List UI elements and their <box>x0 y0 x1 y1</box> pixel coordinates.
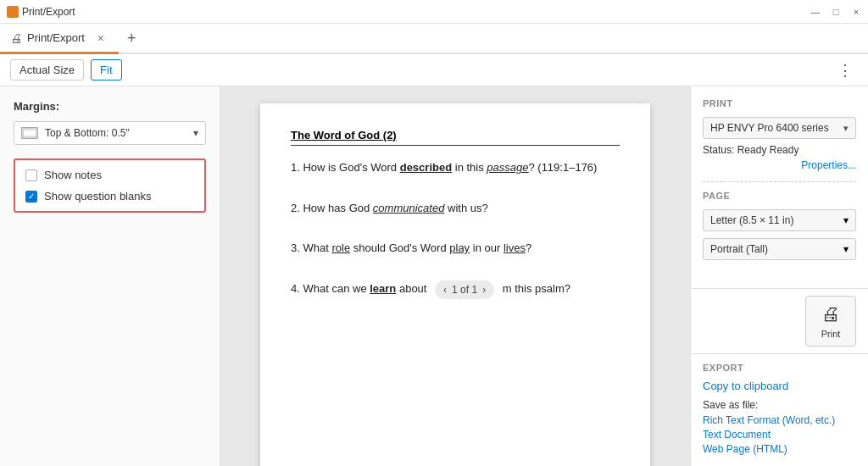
properties-link[interactable]: Properties... <box>703 159 856 171</box>
divider-1 <box>703 181 856 182</box>
orientation-value: Portrait (Tall) <box>710 243 840 255</box>
more-options-btn[interactable]: ⋮ <box>832 58 858 83</box>
paper-size-arrow: ▾ <box>843 214 849 226</box>
prev-page-btn[interactable]: ‹ <box>443 282 447 297</box>
center-preview: The Word of God (2) 1. How is God's Word… <box>220 86 690 466</box>
q3-text: What role should God's Word play in our … <box>303 241 531 254</box>
main-layout: Margins: Top & Bottom: 0.5" ▾ Show notes… <box>0 86 868 466</box>
q1-bold: described <box>400 161 452 174</box>
app-title: Print/Export <box>22 6 75 18</box>
tab-print-export[interactable]: 🖨 Print/Export × <box>0 24 119 54</box>
show-notes-checkbox[interactable] <box>25 169 37 181</box>
status-value-text: Ready <box>770 144 799 156</box>
right-panel: PRINT HP ENVY Pro 6400 series ▾ Status: … <box>690 86 868 466</box>
q2-number: 2. <box>291 202 303 214</box>
document-title: The Word of God (2) <box>291 129 620 146</box>
svg-rect-0 <box>23 129 36 137</box>
page-indicator: 1 of 1 <box>452 282 477 297</box>
q1-mid: in this <box>452 161 487 174</box>
maximize-btn[interactable]: □ <box>831 7 841 17</box>
page-sheet: The Word of God (2) 1. How is God's Word… <box>260 103 650 466</box>
next-page-btn[interactable]: › <box>482 282 486 297</box>
actual-size-button[interactable]: Actual Size <box>10 59 84 80</box>
add-tab-btn[interactable]: + <box>119 24 145 53</box>
left-panel: Margins: Top & Bottom: 0.5" ▾ Show notes… <box>0 86 220 466</box>
q2-text: How has God communicated with us? <box>303 202 487 214</box>
q1-number: 1. <box>291 161 303 174</box>
right-panel-scroll: PRINT HP ENVY Pro 6400 series ▾ Status: … <box>691 86 868 288</box>
title-bar: Print/Export — □ × <box>0 0 868 24</box>
q1-end: ? (119:1–176) <box>528 161 597 174</box>
margin-value: Top & Bottom: 0.5" <box>45 127 193 139</box>
text-document-link[interactable]: Text Document <box>703 429 856 441</box>
printer-dropdown-arrow: ▾ <box>843 123 849 134</box>
margin-icon <box>21 127 38 139</box>
print-section-title: PRINT <box>703 98 856 108</box>
question-1: 1. How is God's Word described in this p… <box>291 159 620 176</box>
web-page-link[interactable]: Web Page (HTML) <box>703 443 856 455</box>
q3-number: 3. <box>291 241 303 254</box>
tab-print-icon: 🖨 <box>10 31 22 45</box>
printer-name: HP ENVY Pro 6400 series <box>710 122 840 134</box>
print-button-area: 🖨 Print <box>691 288 868 353</box>
close-btn[interactable]: × <box>851 7 861 17</box>
save-label: Save as file: <box>703 399 856 411</box>
margins-label: Margins: <box>14 100 206 113</box>
window-controls: — □ × <box>810 7 861 17</box>
paper-size-select[interactable]: Letter (8.5 × 11 in) ▾ <box>703 209 856 231</box>
app-icon <box>7 6 19 18</box>
question-3: 3. What role should God's Word play in o… <box>291 240 620 257</box>
margin-select[interactable]: Top & Bottom: 0.5" ▾ <box>14 121 206 145</box>
show-notes-option: Show notes <box>25 169 194 181</box>
status-value: Ready <box>737 144 767 156</box>
show-blanks-label: Show question blanks <box>44 190 151 202</box>
toolbar: Actual Size Fit ⋮ <box>0 54 868 86</box>
minimize-btn[interactable]: — <box>810 7 821 17</box>
fit-button[interactable]: Fit <box>91 59 121 80</box>
export-section-title: EXPORT <box>703 363 856 373</box>
tab-close-btn[interactable]: × <box>93 31 108 46</box>
question-2: 2. How has God communicated with us? <box>291 200 620 217</box>
margin-dropdown-arrow: ▾ <box>193 127 198 139</box>
status-row: Status: Ready Ready <box>703 144 856 156</box>
q4-number: 4. <box>291 282 303 295</box>
copy-to-clipboard-link[interactable]: Copy to clipboard <box>703 380 856 392</box>
options-box: Show notes ✓ Show question blanks <box>14 158 206 213</box>
show-notes-label: Show notes <box>44 169 102 181</box>
rich-text-link[interactable]: Rich Text Format (Word, etc.) <box>703 414 856 426</box>
question-4: 4. What can we learn about ‹ 1 of 1 › m … <box>291 280 620 299</box>
q1-passage: passage <box>487 161 528 174</box>
orientation-arrow: ▾ <box>843 243 849 255</box>
tab-bar: 🖨 Print/Export × + <box>0 24 868 54</box>
export-section: EXPORT Copy to clipboard Save as file: R… <box>691 353 868 466</box>
print-button-icon: 🖨 <box>821 303 840 325</box>
show-blanks-option: ✓ Show question blanks <box>25 190 194 202</box>
q4-end: m this psalm? <box>503 282 570 295</box>
page-section-title: PAGE <box>703 191 856 201</box>
show-blanks-checkbox[interactable]: ✓ <box>25 191 37 202</box>
printer-select[interactable]: HP ENVY Pro 6400 series ▾ <box>703 117 856 139</box>
status-label: Status: <box>703 144 734 156</box>
print-button-label: Print <box>821 329 841 339</box>
orientation-select[interactable]: Portrait (Tall) ▾ <box>703 238 856 260</box>
paper-size-value: Letter (8.5 × 11 in) <box>710 214 840 226</box>
q1-text: How is God's Word <box>303 161 399 174</box>
print-button[interactable]: 🖨 Print <box>805 296 856 347</box>
q4-text: What can we learn about <box>303 282 426 295</box>
tab-label: Print/Export <box>27 31 85 44</box>
